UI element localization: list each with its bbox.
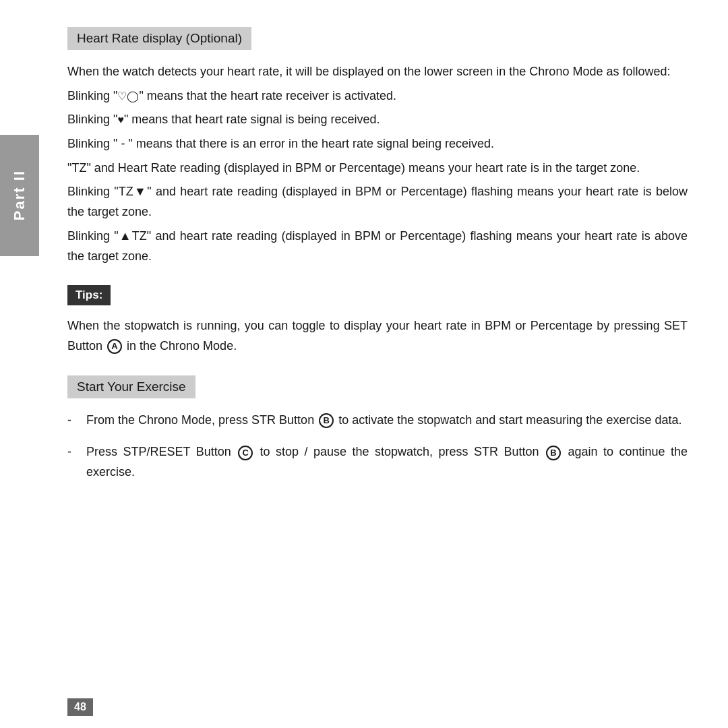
part-tab: Part II — [0, 135, 39, 256]
start-exercise-section: Start Your Exercise - From the Chrono Mo… — [67, 375, 688, 483]
heart-rate-intro: When the watch detects your heart rate, … — [67, 62, 688, 266]
bullet-dash-2: - — [67, 442, 86, 482]
page-number: 48 — [67, 698, 93, 716]
button-b-indicator-2: B — [546, 446, 561, 460]
bullet-dash-1: - — [67, 411, 86, 431]
button-a-indicator: A — [107, 339, 122, 354]
heart-rate-intro-text: When the watch detects your heart rate, … — [67, 62, 688, 82]
heart-rate-line-4: "TZ" and Heart Rate reading (displayed i… — [67, 158, 688, 179]
button-c-indicator: C — [238, 446, 253, 460]
heart-rate-line-6: Blinking "▲TZ" and heart rate reading (d… — [67, 226, 688, 266]
exercise-bullet-2: - Press STP/RESET Button C to stop / pau… — [67, 442, 688, 482]
heart-rate-line-2: Blinking "♥" means that heart rate signa… — [67, 110, 688, 130]
heart-rate-line-1: Blinking "♡◯" means that the heart rate … — [67, 86, 688, 107]
bullet-1-text-before: From the Chrono Mode, press STR Button — [86, 413, 317, 427]
heart-rate-section: Heart Rate display (Optional) When the w… — [67, 27, 688, 266]
bullet-content-2: Press STP/RESET Button C to stop / pause… — [86, 442, 688, 482]
tips-paragraph: When the stopwatch is running, you can t… — [67, 316, 688, 356]
heart-rate-line-3: Blinking " - " means that there is an er… — [67, 134, 688, 154]
start-exercise-header: Start Your Exercise — [67, 375, 195, 398]
heart-rate-line-5: Blinking "TZ▼" and heart rate reading (d… — [67, 182, 688, 222]
bullet-content-1: From the Chrono Mode, press STR Button B… — [86, 411, 688, 431]
main-content: Heart Rate display (Optional) When the w… — [67, 27, 688, 688]
exercise-bullet-1: - From the Chrono Mode, press STR Button… — [67, 411, 688, 431]
page-container: Part II Heart Rate display (Optional) Wh… — [0, 0, 728, 728]
heart-rate-header: Heart Rate display (Optional) — [67, 27, 251, 50]
part-tab-label: Part II — [11, 170, 28, 220]
tips-section: Tips: When the stopwatch is running, you… — [67, 281, 688, 356]
tips-text-after: in the Chrono Mode. — [123, 339, 237, 353]
bullet-2-text-middle: to stop / pause the stopwatch, press STR… — [254, 445, 545, 458]
bullet-2-text-before: Press STP/RESET Button — [86, 445, 237, 458]
tips-header: Tips: — [67, 285, 111, 305]
bullet-1-text-after: to activate the stopwatch and start meas… — [335, 413, 681, 427]
button-b-indicator-1: B — [319, 413, 334, 428]
tips-text: When the stopwatch is running, you can t… — [67, 316, 688, 356]
